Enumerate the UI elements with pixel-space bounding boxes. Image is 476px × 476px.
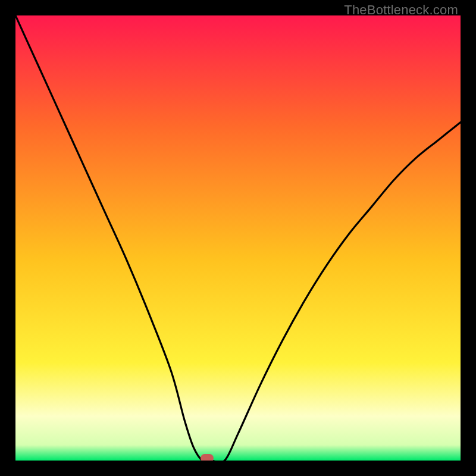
plot-area — [15, 15, 461, 461]
optimal-point-marker — [201, 454, 214, 461]
bottleneck-curve — [15, 15, 461, 461]
chart-frame: TheBottleneck.com — [0, 0, 476, 476]
